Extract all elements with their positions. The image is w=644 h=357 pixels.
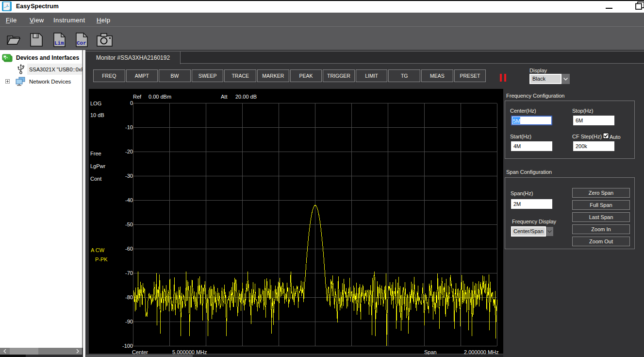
svg-text:Cor: Cor — [77, 40, 86, 46]
svg-text:Lim: Lim — [54, 40, 64, 46]
